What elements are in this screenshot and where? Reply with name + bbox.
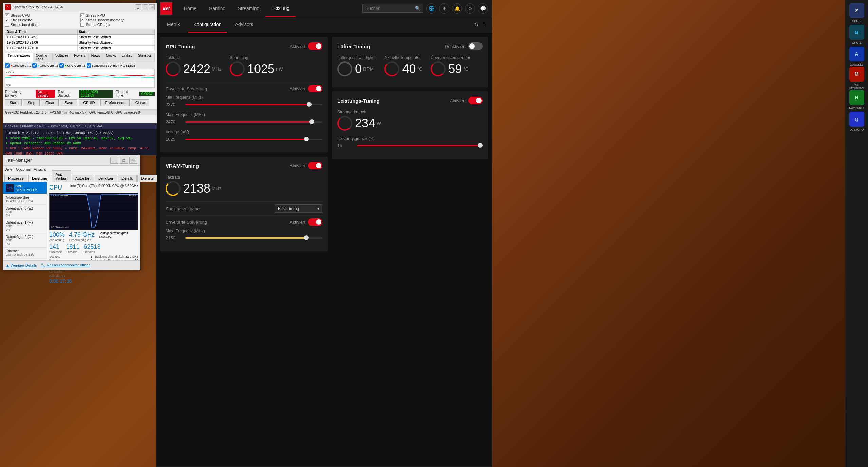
tab-konfiguration[interactable]: Konfiguration — [188, 17, 227, 33]
checkbox-cache-box[interactable]: ✓ — [5, 18, 9, 22]
vram-erweiterte-label: Erweiterte Steuerung — [166, 220, 207, 225]
min-freq-thumb[interactable] — [307, 102, 312, 107]
nav-streaming[interactable]: Streaming — [231, 0, 265, 17]
luefter-toggle[interactable] — [468, 42, 483, 50]
strom-gauge — [337, 116, 352, 131]
tab-advisors[interactable]: Advisors — [230, 17, 259, 33]
checkbox-stress-cpu[interactable]: ✓ Stress CPU — [5, 13, 80, 17]
search-input[interactable] — [365, 6, 413, 11]
cpuid-button[interactable]: CPUID — [79, 99, 99, 106]
sidebar-item-disk1[interactable]: Datenträger 1 (F:) SSD 0% — [3, 219, 47, 233]
strom-item: Stromverbrauch 234 W — [337, 110, 381, 131]
nav-gaming[interactable]: Gaming — [203, 0, 231, 17]
vram-erweiterte-toggle[interactable] — [308, 218, 322, 226]
nav-leistung[interactable]: Leistung — [265, 0, 296, 17]
chart-tab-cooling[interactable]: Cooling Fans — [33, 53, 53, 62]
max-freq-thumb[interactable] — [309, 119, 314, 124]
side-icon-aquasuite[interactable]: A aquasuite — [847, 46, 867, 67]
side-icon-msi[interactable]: M MSI Afterburner — [847, 68, 867, 88]
checkbox-stress-fpu[interactable]: ✓ Stress FPU — [80, 13, 155, 17]
stop-button[interactable]: Stop — [23, 99, 40, 106]
gpu-tuning-toggle[interactable] — [308, 42, 322, 50]
cpu-core3-checkbox[interactable]: ● CPU Core #3 — [59, 63, 85, 68]
sidebar-item-cpu[interactable]: CPU CPU 100% 4,79 GHz — [3, 182, 47, 194]
sidebar-item-disk2[interactable]: Datenträger 2 (C:) SSD 0% — [3, 233, 47, 248]
side-icon-cpuz[interactable]: Z CPU-Z — [847, 3, 867, 23]
tm-restore-button[interactable]: □ — [120, 157, 128, 164]
save-button[interactable]: Save — [60, 99, 77, 106]
chart-tab-unified[interactable]: Unified — [119, 53, 135, 62]
clear-button[interactable]: Clear — [41, 99, 59, 106]
tm-menu-ansicht[interactable]: Ansicht — [34, 167, 46, 172]
checkbox-cpu-box[interactable]: ✓ — [5, 13, 9, 17]
tm-tab-dienste[interactable]: Dienste — [137, 175, 157, 182]
chart-tab-temperatures[interactable]: Temperatures — [5, 53, 33, 62]
ubergang-gauge — [431, 61, 446, 76]
side-icon-quickcpu[interactable]: Q QuickCPU — [847, 111, 867, 132]
vram-max-freq-thumb[interactable] — [304, 235, 309, 240]
cpu-core1-checkbox[interactable]: ● CPU Core #1 — [5, 63, 31, 68]
ressourcenmonitor-link[interactable]: 🔧 Ressourcenmonitor öffnen — [41, 263, 90, 267]
tm-tab-leistung[interactable]: Leistung — [28, 175, 51, 182]
chart-tab-flows[interactable]: Flows — [89, 53, 103, 62]
globe-icon[interactable]: 🌐 — [426, 3, 436, 14]
min-freq-track[interactable] — [185, 104, 322, 105]
erweiterte-steuerung-toggle[interactable] — [308, 85, 322, 92]
more-icon[interactable]: ⋮ — [481, 22, 487, 28]
chat-icon[interactable]: 💬 — [478, 3, 488, 14]
start-button[interactable]: Start — [5, 99, 22, 106]
sidebar-item-disk0[interactable]: Datenträger 0 (E:) SSD 0% — [3, 205, 47, 219]
minimize-button[interactable]: _ — [135, 4, 141, 10]
bell-icon[interactable]: 🔔 — [452, 3, 462, 14]
leistungsgrenze-track[interactable] — [357, 145, 483, 146]
chart-tab-voltages[interactable]: Voltages — [53, 53, 71, 62]
tm-menu-datei[interactable]: Datei — [4, 167, 13, 172]
sidebar-item-memory[interactable]: Arbeitsspeicher 15,4/15,9 GB (97%) — [3, 194, 47, 205]
preferences-button[interactable]: Preferences — [100, 99, 129, 106]
nav-home[interactable]: Home — [178, 0, 203, 17]
vram-tuning-toggle[interactable] — [308, 162, 322, 169]
tab-metrik[interactable]: Metrik — [162, 17, 185, 33]
speicherzeitgabe-dropdown[interactable]: Fast Timing ▾ — [275, 204, 322, 213]
chart-tab-powers[interactable]: Powers — [71, 53, 88, 62]
side-icon-gpuz[interactable]: G GPU-Z — [847, 24, 867, 45]
checkbox-disks-box[interactable] — [5, 23, 9, 27]
tm-close-button[interactable]: ✕ — [129, 157, 137, 164]
luefter-temp-item: Aktuelle Temperatur 40 °C — [384, 55, 422, 76]
tm-menu-optionen[interactable]: Optionen — [16, 167, 31, 172]
checkbox-stress-gpu[interactable]: Stress GPU(s) — [80, 23, 155, 27]
max-freq-track[interactable] — [185, 121, 322, 123]
checkbox-stress-memory[interactable]: ✓ Stress system memory — [80, 18, 155, 22]
vram-max-freq-track[interactable] — [185, 237, 322, 239]
voltage-thumb[interactable] — [304, 137, 309, 141]
tm-tab-autostart[interactable]: Autostart — [72, 175, 94, 182]
leistungs-toggle[interactable] — [468, 97, 483, 104]
tm-minimize-button[interactable]: _ — [110, 157, 118, 164]
tm-tab-prozesse[interactable]: Prozesse — [4, 175, 27, 182]
checkbox-stress-disks[interactable]: Stress local disks — [5, 23, 80, 27]
side-icon-notepad[interactable]: N Notepad++ — [847, 90, 867, 110]
tm-basisgeschwindigkeit: Basisgeschwindigkeit 3,60 GHz — [99, 231, 128, 242]
star-icon[interactable]: ★ — [439, 3, 449, 14]
close-button[interactable]: ✕ — [149, 4, 155, 10]
ssd-checkbox[interactable]: Samsung SSD 850 PRO 512GB — [87, 63, 135, 68]
checkbox-stress-cache[interactable]: ✓ Stress cache — [5, 18, 80, 22]
maximize-button[interactable]: □ — [142, 4, 148, 10]
checkbox-memory-box[interactable]: ✓ — [80, 18, 84, 22]
tm-tab-details[interactable]: Details — [118, 175, 137, 182]
voltage-track[interactable] — [185, 139, 322, 140]
checkbox-gpu-box[interactable] — [80, 23, 84, 27]
cpu-core2-checkbox[interactable]: ● CPU Core #2 — [32, 63, 58, 68]
settings-icon[interactable]: ⚙ — [465, 3, 475, 14]
refresh-icon[interactable]: ↻ — [474, 22, 478, 28]
sidebar-item-ethernet[interactable]: Ethernet Ges.: 0 impl. 0 KBit/s — [3, 248, 47, 258]
furmark-window: Geeks3D FurMark v.2.4.1.0 - Burn-in test… — [3, 123, 157, 155]
tm-tab-app[interactable]: App-Verlauf — [52, 170, 71, 182]
leistungsgrenze-thumb[interactable] — [478, 143, 483, 148]
weniger-details-link[interactable]: ▲ Weniger Details — [6, 263, 37, 267]
chart-tab-clocks[interactable]: Clocks — [103, 53, 119, 62]
checkbox-fpu-box[interactable]: ✓ — [80, 13, 84, 17]
tm-tab-benutzer[interactable]: Benutzer — [95, 175, 117, 182]
close-aida-button[interactable]: Close — [131, 99, 149, 106]
chart-tab-statistics[interactable]: Statistics — [135, 53, 155, 62]
